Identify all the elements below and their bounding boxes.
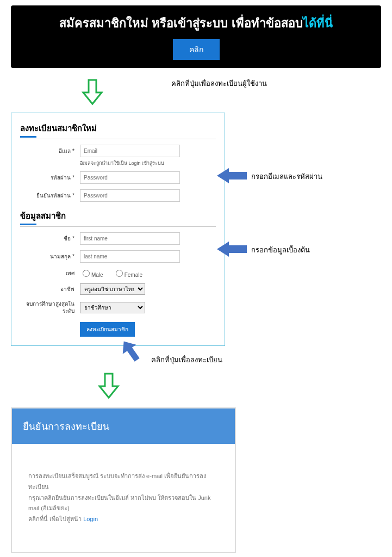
svg-marker-2 — [217, 242, 247, 257]
confirm-header: ยืนยันการลงทะเบียน — [12, 409, 235, 444]
confirm-line3: คลิกที่นี่ เพื่อไปสู่หน้า Login — [28, 514, 219, 525]
email-label: อีเมล * — [20, 147, 80, 155]
svg-marker-3 — [117, 338, 144, 365]
firstname-label: ชื่อ * — [20, 234, 80, 243]
arrow-down-icon — [98, 372, 120, 401]
login-link[interactable]: Login — [83, 516, 98, 522]
lastname-label: นามสกุล * — [20, 252, 80, 261]
password-label: รหัสผ่าน * — [20, 174, 80, 182]
firstname-field[interactable] — [80, 232, 180, 245]
gender-label: เพศ — [20, 269, 80, 277]
banner-title: สมัครสมาชิกใหม่ หรือเข้าสู่ระบบ เพื่อทำข… — [22, 14, 370, 33]
click-button[interactable]: คลิก — [173, 39, 220, 60]
annotation-text: คลิกที่ปุ่มเพื่อลงทะเบียนผู้ใช้งาน — [171, 78, 267, 89]
gender-female-label: Female — [125, 272, 142, 278]
annotation-text: กรอกอีเมลและรหัสผ่าน — [251, 171, 322, 182]
arrow-left-icon — [217, 167, 247, 186]
registration-form: ลงทะเบียนสมาชิกใหม่ อีเมล * อีเมลจะถูกนำ… — [11, 113, 225, 346]
gender-male-radio[interactable] — [83, 270, 90, 277]
email-hint: อีเมลจะถูกนำมาใช้เป็น Login เข้าสู่ระบบ — [80, 159, 216, 167]
annotation-text: กรอกข้อมูลเบื้องต้น — [251, 244, 310, 256]
register-submit-button[interactable]: ลงทะเบียนสมาชิก — [80, 322, 135, 337]
gender-female-radio[interactable] — [116, 270, 123, 277]
education-label: จบการศึกษาสูงสุดในระดับ — [20, 300, 80, 314]
confirm-line2: กรุณาคลิกยืนยันการลงทะเบียนในอีเมล์ หากไ… — [28, 493, 219, 515]
occupation-label: อาชีพ — [20, 285, 80, 293]
signup-banner: สมัครสมาชิกใหม่ หรือเข้าสู่ระบบ เพื่อทำข… — [11, 5, 381, 68]
arrow-down-icon — [82, 78, 103, 107]
education-select[interactable]: อาชีวศึกษา — [80, 302, 145, 313]
lastname-field[interactable] — [80, 250, 180, 263]
password-field[interactable] — [80, 171, 180, 184]
confirm-line1: การลงทะเบียนเสร็จสมบูรณ์ ระบบจะทำการส่ง … — [28, 471, 219, 493]
arrow-icon — [117, 338, 147, 369]
confirm-password-label: ยืนยันรหัสผ่าน * — [20, 191, 80, 200]
arrow-left-icon — [217, 240, 247, 259]
confirmation-panel: ยืนยันการลงทะเบียน การลงทะเบียนเสร็จสมบู… — [11, 407, 236, 553]
section-title: ข้อมูลสมาชิก — [20, 209, 216, 222]
email-field[interactable] — [80, 145, 180, 157]
gender-male-label: Male — [91, 272, 103, 278]
annotation-text: คลิกที่ปุ่มเพื่อลงทะเบียน — [151, 354, 222, 366]
svg-marker-1 — [217, 168, 247, 183]
occupation-select[interactable]: ครูสอนวิชาภาษาไทย — [80, 283, 145, 295]
confirm-password-field[interactable] — [80, 189, 180, 202]
section-title: ลงทะเบียนสมาชิกใหม่ — [20, 122, 216, 135]
